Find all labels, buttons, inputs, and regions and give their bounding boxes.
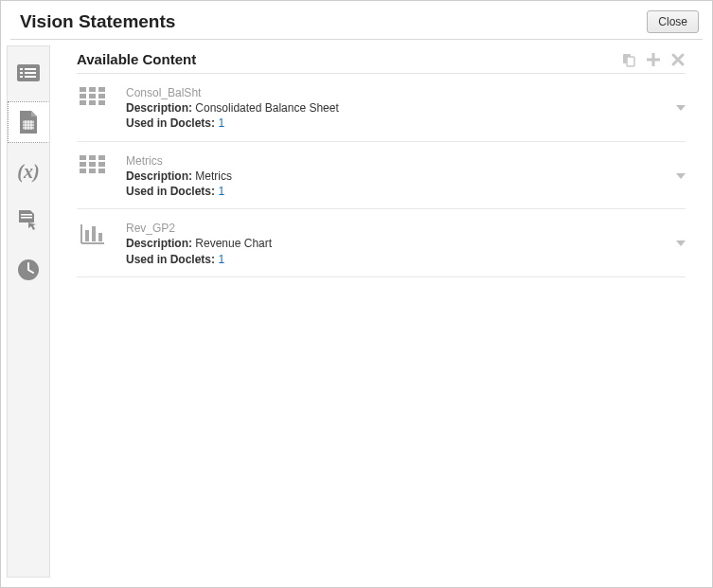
list-icon <box>16 63 41 82</box>
side-tab-bar: (x) <box>7 45 50 578</box>
tab-variables[interactable]: (x) <box>8 151 49 192</box>
svg-rect-36 <box>89 162 96 167</box>
tab-document[interactable] <box>8 101 49 143</box>
svg-rect-35 <box>80 162 86 167</box>
svg-rect-30 <box>89 100 96 105</box>
title-bar: Vision Statements Close <box>1 1 712 39</box>
svg-rect-3 <box>20 72 23 74</box>
svg-rect-1 <box>20 68 23 70</box>
item-meta: Consol_BalSht Description: Consolidated … <box>126 85 659 132</box>
svg-rect-27 <box>89 94 96 98</box>
svg-rect-23 <box>80 87 86 92</box>
svg-rect-28 <box>98 94 105 98</box>
list-item[interactable]: Rev_GP2 Description: Revenue Chart Used … <box>77 209 686 277</box>
used-in-label: Used in Doclets: <box>126 253 215 266</box>
svg-rect-31 <box>98 100 105 105</box>
clock-icon <box>17 258 40 281</box>
svg-rect-34 <box>98 155 105 160</box>
svg-rect-6 <box>25 76 36 78</box>
list-item[interactable]: Metrics Description: Metrics Used in Doc… <box>77 142 686 210</box>
content-list: Consol_BalSht Description: Consolidated … <box>77 74 686 277</box>
svg-rect-18 <box>627 57 634 66</box>
grid-icon <box>77 85 109 106</box>
embed-icon <box>16 209 41 232</box>
close-icon[interactable] <box>670 52 686 67</box>
page-title: Vision Statements <box>20 11 175 32</box>
svg-rect-25 <box>98 87 105 92</box>
item-description: Revenue Chart <box>195 237 272 250</box>
svg-rect-43 <box>85 230 89 241</box>
svg-rect-32 <box>80 155 86 160</box>
item-description: Metrics <box>195 169 232 183</box>
item-meta: Metrics Description: Metrics Used in Doc… <box>126 153 659 200</box>
used-in-label: Used in Doclets: <box>126 116 215 130</box>
svg-rect-26 <box>80 94 86 98</box>
item-used-count: 1 <box>218 253 224 266</box>
tab-embed[interactable] <box>8 200 49 241</box>
close-button[interactable]: Close <box>647 10 699 33</box>
item-used-count: 1 <box>218 185 224 198</box>
dialog-body: (x) <box>1 40 712 587</box>
chevron-down-icon[interactable] <box>676 241 686 246</box>
used-in-label: Used in Doclets: <box>126 185 215 198</box>
item-name: Metrics <box>126 153 659 169</box>
description-label: Description: <box>126 101 192 115</box>
chevron-down-icon[interactable] <box>676 105 686 111</box>
document-icon <box>18 110 39 134</box>
svg-rect-38 <box>80 169 86 173</box>
bar-chart-icon <box>77 221 109 245</box>
svg-rect-4 <box>25 72 36 74</box>
svg-rect-24 <box>89 87 96 92</box>
section-actions <box>621 52 686 67</box>
svg-rect-14 <box>21 214 32 216</box>
svg-rect-37 <box>98 162 105 167</box>
svg-rect-40 <box>98 169 105 173</box>
svg-rect-45 <box>98 233 102 241</box>
plus-icon[interactable] <box>646 52 661 67</box>
svg-rect-2 <box>25 68 36 70</box>
list-item[interactable]: Consol_BalSht Description: Consolidated … <box>77 74 686 142</box>
section-title: Available Content <box>77 51 196 67</box>
copy-icon[interactable] <box>621 52 636 67</box>
dialog-window: Vision Statements Close <box>0 0 713 588</box>
svg-rect-15 <box>21 217 32 219</box>
tab-history[interactable] <box>8 249 49 291</box>
svg-rect-5 <box>20 76 23 78</box>
description-label: Description: <box>126 237 192 250</box>
description-label: Description: <box>126 169 192 183</box>
item-name: Consol_BalSht <box>126 85 659 100</box>
main-panel: Available Content <box>49 45 703 578</box>
svg-rect-29 <box>80 100 86 105</box>
chevron-down-icon[interactable] <box>676 173 686 179</box>
item-used-count: 1 <box>218 116 224 130</box>
grid-icon <box>77 153 109 174</box>
svg-rect-39 <box>89 169 96 173</box>
svg-rect-44 <box>92 226 96 241</box>
tab-list[interactable] <box>8 52 49 94</box>
svg-rect-20 <box>647 58 660 61</box>
variable-icon: (x) <box>17 161 39 183</box>
section-header: Available Content <box>77 47 686 74</box>
item-description: Consolidated Balance Sheet <box>195 101 338 115</box>
item-meta: Rev_GP2 Description: Revenue Chart Used … <box>126 221 659 267</box>
svg-rect-33 <box>89 155 96 160</box>
item-name: Rev_GP2 <box>126 221 659 236</box>
